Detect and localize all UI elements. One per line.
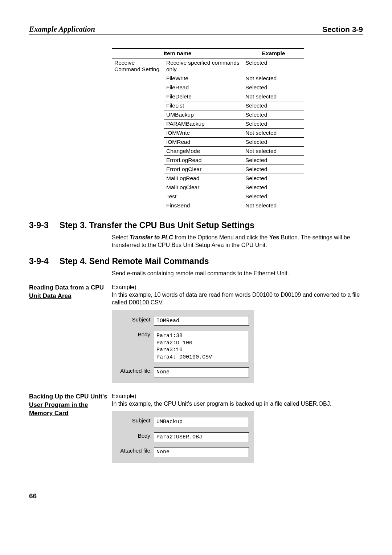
example-desc: In this example, the CPU Unit's user pro… (112, 400, 363, 408)
page-number: 66 (29, 492, 363, 500)
cell-name: PARAMBackup (164, 119, 243, 129)
field-attached: None (154, 447, 249, 457)
cell-name: Receive specified commands only (164, 58, 243, 74)
heading-title: Step 3. Transfer the CPU Bus Unit Setup … (60, 220, 254, 230)
cell-name: FileDelete (164, 92, 243, 101)
cell-example: Selected (243, 58, 304, 74)
label-body: Body: (117, 432, 154, 439)
cell-example: Selected (243, 183, 304, 192)
heading-3-9-4: 3-9-4Step 4. Send Remote Mail Commands (29, 256, 363, 266)
cell-example: Not selected (243, 74, 304, 83)
label-subject: Subject: (117, 417, 154, 424)
field-subject: IOMRead (154, 316, 249, 326)
cell-example: Selected (243, 156, 304, 165)
cell-name: FileRead (164, 83, 243, 92)
settings-table-wrap: Item name Example Receive Command Settin… (112, 48, 363, 210)
settings-table: Item name Example Receive Command Settin… (112, 48, 304, 210)
cell-name: FinsSend (164, 201, 243, 210)
cell-name: IOMWrite (164, 129, 243, 138)
label-body: Body: (117, 331, 154, 338)
cell-example: Not selected (243, 147, 304, 156)
mailbox-iomread: Subject: IOMRead Body: Para1:38 Para2:D_… (112, 310, 254, 383)
cell-name: FileList (164, 101, 243, 110)
subhead-backing-up: Backing Up the CPU Unit's User Program i… (29, 393, 112, 463)
cell-name: UMBackup (164, 110, 243, 119)
cell-example: Selected (243, 138, 304, 147)
heading-3-9-3: 3-9-3Step 3. Transfer the CPU Bus Unit S… (29, 220, 363, 230)
mailbox-umbackup: Subject: UMBackup Body: Para2:USER.OBJ A… (112, 411, 254, 463)
example-desc: In this example, 10 words of data are re… (112, 291, 363, 307)
subhead-reading-data: Reading Data from a CPU Unit Data Area (29, 284, 112, 383)
page-header: Example Application Section 3-9 (29, 25, 363, 35)
cell-example: Not selected (243, 201, 304, 210)
heading-num: 3-9-3 (29, 220, 60, 230)
header-left: Example Application (29, 25, 95, 34)
th-item-name: Item name (112, 49, 243, 58)
cell-example: Selected (243, 110, 304, 119)
cell-name: Test (164, 192, 243, 201)
field-body: Para1:38 Para2:D_100 Para3:10 Para4: D00… (154, 331, 249, 362)
example-lead: Example) (112, 393, 363, 400)
heading-num: 3-9-4 (29, 256, 60, 266)
cell-name: MailLogRead (164, 174, 243, 183)
label-attached: Attached file: (117, 447, 154, 454)
cell-example: Not selected (243, 129, 304, 138)
cell-example: Selected (243, 83, 304, 92)
cell-example: Selected (243, 174, 304, 183)
field-attached: None (154, 367, 249, 377)
table-row: Receive Command Setting Receive specifie… (112, 58, 304, 74)
cell-name: MailLogClear (164, 183, 243, 192)
group-cell: Receive Command Setting (112, 58, 164, 210)
cell-example: Selected (243, 101, 304, 110)
label-attached: Attached file: (117, 367, 154, 374)
cell-example: Selected (243, 165, 304, 174)
heading-title: Step 4. Send Remote Mail Commands (60, 256, 209, 266)
cell-example: Selected (243, 119, 304, 129)
cell-name: ErrorLogClear (164, 165, 243, 174)
cell-name: ErrorLogRead (164, 156, 243, 165)
example-lead: Example) (112, 284, 363, 291)
cell-example: Not selected (243, 92, 304, 101)
th-example: Example (243, 49, 304, 58)
field-body: Para2:USER.OBJ (154, 432, 249, 442)
cell-name: FileWrite (164, 74, 243, 83)
cell-name: IOMRead (164, 138, 243, 147)
body-3-9-3: Select Transfer to PLC from the Options … (112, 234, 363, 249)
cell-name: ChangeMode (164, 147, 243, 156)
body-3-9-4: Send e-mails containing remote mail comm… (112, 270, 363, 278)
cell-example: Selected (243, 192, 304, 201)
field-subject: UMBackup (154, 417, 249, 427)
label-subject: Subject: (117, 316, 154, 323)
header-right: Section 3-9 (322, 25, 363, 34)
